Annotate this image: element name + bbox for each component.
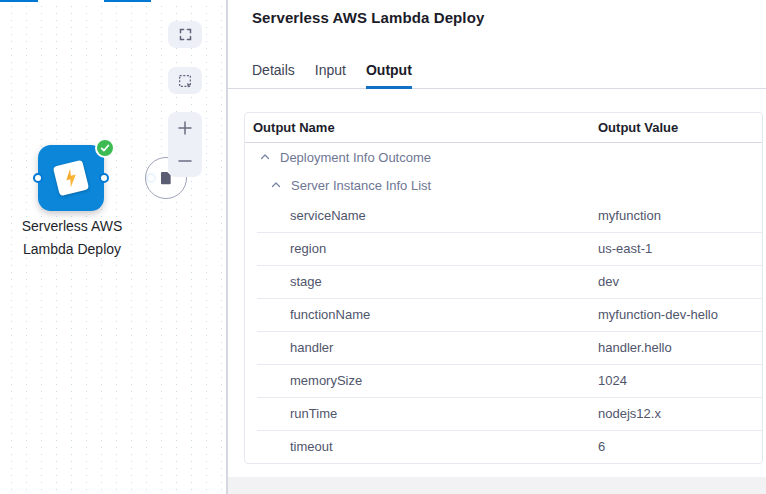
- node-port-left[interactable]: [33, 173, 43, 183]
- output-name: handler: [245, 340, 598, 355]
- chevron-up-icon: [270, 179, 282, 191]
- panel-footer-strip: [228, 477, 766, 494]
- success-check-icon: [95, 138, 115, 158]
- pipeline-canvas[interactable]: Serverless AWS Lambda Deploy: [0, 0, 228, 494]
- output-value: myfunction-dev-hello: [598, 307, 762, 322]
- zoom-in-icon: [176, 119, 194, 137]
- table-row: serviceName myfunction: [245, 199, 762, 232]
- output-value: handler.hello: [598, 340, 762, 355]
- output-value: dev: [598, 274, 762, 289]
- marquee-select-icon: [177, 73, 193, 89]
- aws-lambda-zap-icon: [53, 160, 89, 196]
- step-details-panel: Serverless AWS Lambda Deploy Details Inp…: [228, 0, 766, 494]
- panel-title: Serverless AWS Lambda Deploy: [252, 9, 484, 26]
- zoom-out-button[interactable]: [168, 145, 202, 178]
- output-table-header: Output Name Output Value: [245, 113, 762, 143]
- edge-outgoing: [104, 0, 151, 2]
- group-label: Deployment Info Outcome: [280, 150, 431, 165]
- fullscreen-icon: [178, 27, 193, 42]
- output-name: serviceName: [245, 208, 598, 223]
- column-header-output-name: Output Name: [245, 120, 598, 135]
- tab-details[interactable]: Details: [252, 55, 295, 89]
- table-row: region us-east-1: [245, 232, 762, 265]
- output-value: us-east-1: [598, 241, 762, 256]
- step-node-label: Serverless AWS Lambda Deploy: [0, 215, 144, 261]
- output-name: functionName: [245, 307, 598, 322]
- output-name: memorySize: [245, 373, 598, 388]
- output-name: timeout: [245, 439, 598, 454]
- zoom-in-button[interactable]: [168, 112, 202, 145]
- output-value: nodejs12.x: [598, 406, 762, 421]
- group-label: Server Instance Info List: [291, 178, 431, 193]
- table-row: memorySize 1024: [245, 364, 762, 397]
- table-row: timeout 6: [245, 430, 762, 463]
- output-value: 6: [598, 439, 762, 454]
- output-name: stage: [245, 274, 598, 289]
- output-name: region: [245, 241, 598, 256]
- group-row-deployment-info-outcome[interactable]: Deployment Info Outcome: [245, 143, 762, 171]
- table-row: functionName myfunction-dev-hello: [245, 298, 762, 331]
- table-row: runTime nodejs12.x: [245, 397, 762, 430]
- marquee-select-button[interactable]: [168, 67, 202, 94]
- tab-input[interactable]: Input: [315, 55, 346, 89]
- output-table-card: Output Name Output Value Deployment Info…: [244, 112, 763, 464]
- chevron-up-icon: [259, 151, 271, 163]
- node-port-right[interactable]: [99, 173, 109, 183]
- output-value: myfunction: [598, 208, 762, 223]
- zoom-controls: [168, 112, 202, 177]
- zoom-out-icon: [176, 152, 194, 170]
- app-window: Serverless AWS Lambda Deploy: [0, 0, 766, 494]
- edge-incoming: [0, 0, 38, 2]
- fullscreen-button[interactable]: [168, 21, 202, 48]
- output-name: runTime: [245, 406, 598, 421]
- panel-tabs: Details Input Output: [252, 55, 412, 89]
- step-node-serverless-lambda-deploy[interactable]: [38, 145, 104, 211]
- table-row: stage dev: [245, 265, 762, 298]
- tab-output[interactable]: Output: [366, 55, 412, 89]
- group-row-server-instance-info-list[interactable]: Server Instance Info List: [245, 171, 762, 199]
- output-value: 1024: [598, 373, 762, 388]
- table-row: handler handler.hello: [245, 331, 762, 364]
- column-header-output-value: Output Value: [598, 120, 762, 135]
